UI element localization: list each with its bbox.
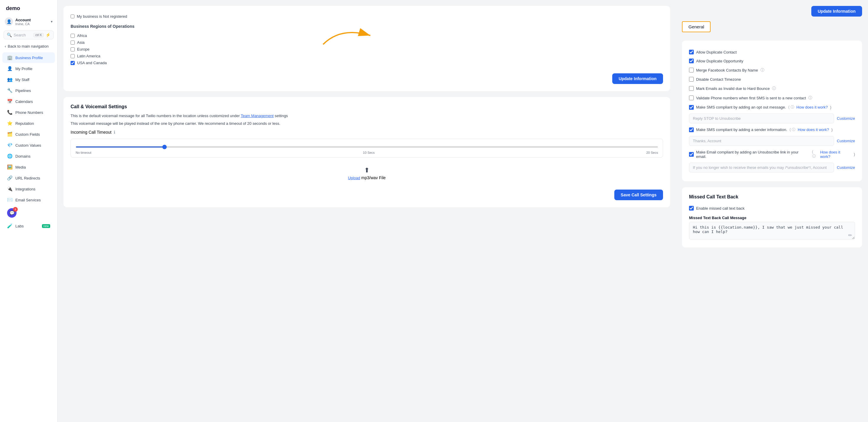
slider-label-no-timeout: No timeout [75, 151, 91, 154]
upload-icon: ⬆ [364, 167, 369, 174]
enable-missed-call-row: Enable missed call text back [689, 204, 855, 213]
slider-label-20secs: 20 Secs [646, 151, 658, 154]
building-icon: 🏢 [7, 55, 12, 60]
merge-facebook-label: Merge Facebook Contacts By Name [696, 68, 758, 73]
validate-phone-checkbox[interactable] [689, 95, 694, 100]
sidebar-item-domains[interactable]: 🌐 Domains [2, 151, 55, 162]
sidebar-item-business-profile[interactable]: 🏢 Business Profile [2, 52, 55, 63]
account-selector[interactable]: 👤 Account Irvine, CA ▾ [0, 15, 57, 28]
region-asia-checkbox[interactable] [70, 40, 75, 45]
info-icon-merge: ⓘ [761, 67, 764, 73]
allow-duplicate-opportunity-label: Allow Duplicate Opportunity [696, 59, 743, 63]
enable-missed-call-checkbox[interactable] [689, 206, 694, 210]
timeout-slider[interactable] [75, 146, 658, 147]
region-europe: Europe [70, 46, 663, 53]
sidebar: demo 👤 Account Irvine, CA ▾ 🔍 Search ctr… [0, 0, 58, 422]
left-content-panel: My business is Not registered Business R… [58, 0, 676, 422]
email-unsubscribe-how-link[interactable]: How does it work? [820, 150, 851, 159]
region-latin-america-checkbox[interactable] [70, 54, 75, 58]
region-asia: Asia [70, 39, 663, 46]
upload-link[interactable]: Upload [348, 176, 360, 180]
sidebar-item-media[interactable]: 🖼️ Media [2, 162, 55, 172]
chat-widget-icon[interactable]: 💬 9 [7, 208, 17, 218]
email-unsubscribe-field-row: Customize [689, 161, 855, 174]
sidebar-label-pipelines: Pipelines [16, 88, 31, 93]
sms-opt-out-section: Make SMS compliant by adding an opt out … [689, 103, 855, 125]
sidebar-item-phone-numbers[interactable]: 📞 Phone Numbers [2, 107, 55, 118]
sidebar-item-pipelines[interactable]: 🔧 Pipelines [2, 85, 55, 96]
email-icon: ✉️ [7, 197, 12, 203]
merge-facebook-checkbox[interactable] [689, 68, 694, 73]
email-unsubscribe-field[interactable] [689, 163, 834, 172]
missed-text-section: Missed Text Back Call Message Hi this is… [689, 216, 855, 241]
upload-area[interactable]: ⬆ Upload mp3/wav File [70, 162, 663, 185]
email-unsubscribe-checkbox[interactable] [689, 152, 694, 157]
chat-badge: 9 [13, 207, 18, 212]
sidebar-label-email-services: Email Services [16, 198, 41, 202]
sms-sender-how-link[interactable]: How does it work? [798, 128, 829, 132]
sidebar-item-email-services[interactable]: ✉️ Email Services [2, 195, 55, 205]
region-latin-america: Latin America [70, 53, 663, 59]
values-icon: 💎 [7, 143, 12, 148]
sms-opt-out-checkbox[interactable] [689, 105, 694, 110]
sidebar-label-media: Media [16, 165, 26, 169]
region-europe-checkbox[interactable] [70, 47, 75, 52]
general-tab[interactable]: General [682, 21, 711, 32]
sidebar-label-my-staff: My Staff [16, 78, 29, 82]
update-info-button-left[interactable]: Update Information [612, 73, 663, 84]
sidebar-item-reputation[interactable]: ⭐ Reputation [2, 118, 55, 129]
info-icon-validate-phone: ⓘ [808, 95, 812, 101]
phone-icon: 📞 [7, 110, 12, 115]
allow-duplicate-opportunity-checkbox[interactable] [689, 59, 694, 63]
mark-emails-checkbox[interactable] [689, 86, 694, 91]
info-icon-emails: ⓘ [772, 86, 776, 91]
sidebar-item-integrations[interactable]: 🔌 Integrations [2, 184, 55, 194]
sms-sender-customize[interactable]: Customize [837, 139, 855, 143]
account-sub: Irvine, CA [16, 22, 49, 26]
missed-call-card: Missed Call Text Back Enable missed call… [682, 187, 862, 248]
sms-sender-checkbox[interactable] [689, 128, 694, 132]
sidebar-item-custom-fields[interactable]: 🗂️ Custom Fields [2, 129, 55, 140]
region-africa-checkbox[interactable] [70, 34, 75, 38]
call-desc1: This is the default voicemail message fo… [70, 113, 663, 119]
not-registered-checkbox[interactable] [70, 15, 74, 18]
pipeline-icon: 🔧 [7, 88, 12, 93]
sidebar-item-calendars[interactable]: 📅 Calendars [2, 96, 55, 107]
validate-phone-row: Validate Phone numbers when first SMS is… [689, 93, 855, 103]
search-bar[interactable]: 🔍 Search ctrl K ⚡ [4, 30, 54, 39]
sidebar-item-my-profile[interactable]: 👤 My Profile [2, 63, 55, 74]
sidebar-label-integrations: Integrations [16, 187, 35, 191]
sms-opt-out-field[interactable] [689, 114, 834, 123]
fields-icon: 🗂️ [7, 132, 12, 137]
sidebar-item-my-staff[interactable]: 👥 My Staff [2, 74, 55, 85]
update-info-button-right[interactable]: Update Information [811, 6, 862, 17]
save-call-settings-button[interactable]: Save Call Settings [614, 190, 663, 200]
incoming-timeout-label-row: Incoming Call Timeout ℹ [70, 130, 663, 135]
region-africa: Africa [70, 32, 663, 39]
missed-text-textarea[interactable]: Hi this is {{location.name}}, I saw that… [689, 222, 855, 240]
disable-timezone-checkbox[interactable] [689, 77, 694, 82]
not-registered-row: My business is Not registered [70, 13, 663, 20]
email-unsubscribe-customize[interactable]: Customize [837, 165, 855, 170]
chevron-left-icon: ‹ [5, 44, 6, 49]
allow-duplicate-contact-checkbox[interactable] [689, 50, 694, 54]
main-content: My business is Not registered Business R… [58, 0, 868, 422]
back-navigation[interactable]: ‹ Back to main navigation [0, 42, 57, 51]
slider-label-10secs: 10 Secs [363, 151, 375, 154]
sidebar-label-business-profile: Business Profile [16, 56, 43, 60]
account-icon: 👤 [5, 18, 13, 26]
team-management-link[interactable]: Team Management [241, 114, 274, 118]
region-latin-america-label: Latin America [77, 54, 100, 58]
sidebar-item-labs[interactable]: 🧪 Labs new [2, 221, 55, 231]
sidebar-item-custom-values[interactable]: 💎 Custom Values [2, 140, 55, 150]
missed-text-label: Missed Text Back Call Message [689, 216, 855, 220]
sms-opt-out-how-link[interactable]: How does it work? [797, 105, 828, 109]
sidebar-item-url-redirects[interactable]: 🔗 URL Redirects [2, 173, 55, 184]
sms-sender-field[interactable] [689, 136, 834, 146]
sms-opt-out-customize[interactable]: Customize [837, 116, 855, 121]
chevron-down-icon: ▾ [51, 20, 53, 24]
disable-timezone-label: Disable Contact Timezone [696, 77, 741, 82]
info-icon-timeout: ℹ [114, 130, 115, 135]
bolt-icon: ⚡ [45, 32, 51, 37]
region-usa-canada-checkbox[interactable] [70, 61, 75, 65]
